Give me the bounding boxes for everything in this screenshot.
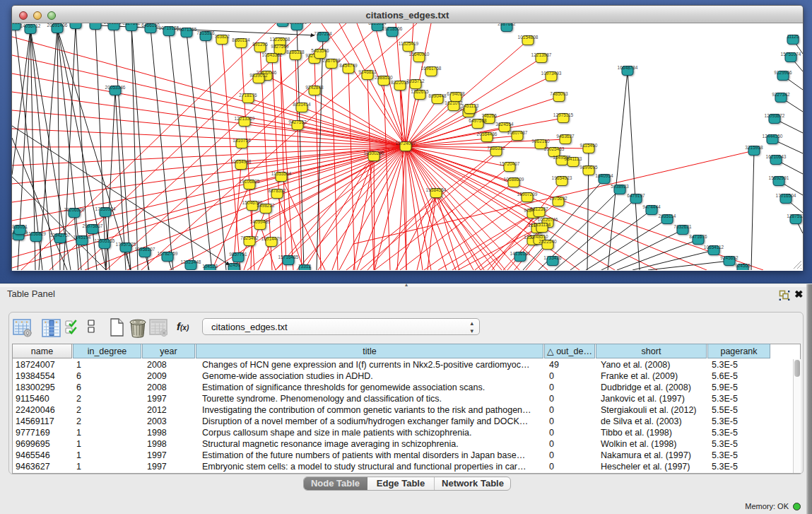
svg-text:20206526: 20206526: [64, 207, 85, 212]
svg-text:10973493: 10973493: [541, 71, 562, 76]
svg-text:17957225: 17957225: [116, 242, 136, 247]
svg-text:13226058: 13226058: [270, 37, 290, 42]
svg-text:7386322: 7386322: [487, 146, 505, 151]
svg-text:2035712: 2035712: [406, 78, 425, 83]
svg-text:3215958: 3215958: [745, 145, 763, 150]
svg-text:8878332: 8878332: [268, 188, 286, 193]
svg-text:1733426: 1733426: [543, 255, 562, 260]
svg-text:10654112: 10654112: [704, 245, 724, 250]
svg-text:1621072: 1621072: [445, 100, 463, 105]
svg-text:16033809: 16033809: [287, 23, 307, 25]
svg-text:1527602: 1527602: [122, 23, 141, 25]
svg-text:10543382: 10543382: [262, 52, 283, 57]
svg-text:763822: 763822: [214, 34, 230, 39]
svg-text:2935114: 2935114: [659, 214, 676, 218]
svg-text:1362615: 1362615: [411, 89, 429, 94]
svg-text:5498222: 5498222: [257, 203, 275, 208]
svg-text:9115460: 9115460: [580, 143, 598, 148]
svg-text:15720407: 15720407: [500, 161, 520, 166]
svg-text:2522540: 2522540: [539, 239, 557, 244]
svg-text:18300295: 18300295: [364, 151, 384, 156]
svg-text:15692991: 15692991: [769, 175, 789, 180]
svg-text:9155126: 9155126: [86, 23, 105, 24]
svg-text:10654988: 10654988: [231, 159, 252, 164]
svg-text:12505135: 12505135: [95, 238, 115, 243]
svg-text:10120746: 10120746: [538, 217, 558, 222]
svg-text:16961758: 16961758: [421, 66, 442, 71]
svg-text:3624554: 3624554: [495, 122, 514, 127]
svg-text:8990448: 8990448: [428, 93, 447, 98]
svg-text:92450: 92450: [228, 262, 240, 267]
svg-text:5938923: 5938923: [611, 184, 629, 189]
svg-text:1248510: 1248510: [530, 234, 548, 239]
svg-text:12213987: 12213987: [531, 52, 552, 57]
svg-text:9857791: 9857791: [229, 252, 247, 257]
svg-text:6794028: 6794028: [447, 91, 465, 96]
svg-text:15716485: 15716485: [278, 255, 299, 259]
svg-text:12444150: 12444150: [763, 134, 783, 139]
svg-text:924565: 924565: [735, 263, 751, 268]
svg-text:10688609: 10688609: [504, 177, 524, 182]
svg-text:9839012: 9839012: [249, 73, 268, 78]
svg-text:19106825: 19106825: [240, 179, 260, 184]
svg-text:6466160: 6466160: [141, 23, 160, 28]
svg-text:5463546: 5463546: [311, 48, 329, 53]
svg-text:10154808: 10154808: [518, 35, 539, 40]
svg-text:18907209: 18907209: [517, 192, 538, 197]
svg-text:10958107: 10958107: [135, 247, 155, 252]
svg-text:12213369: 12213369: [235, 116, 255, 121]
svg-text:9827509: 9827509: [271, 44, 289, 49]
svg-text:1151124: 1151124: [534, 222, 551, 227]
svg-text:20691406: 20691406: [47, 23, 68, 28]
svg-text:16210643: 16210643: [766, 154, 787, 159]
svg-text:8031414: 8031414: [293, 102, 311, 107]
svg-text:8454749: 8454749: [339, 63, 358, 68]
svg-text:1935: 1935: [12, 23, 20, 25]
svg-text:9463627: 9463627: [556, 134, 575, 139]
svg-text:16671355: 16671355: [177, 27, 197, 32]
svg-text:7485003: 7485003: [550, 91, 568, 96]
svg-text:9699695: 9699695: [579, 165, 598, 170]
svg-text:7632621: 7632621: [673, 224, 692, 229]
svg-text:2718176: 2718176: [239, 93, 257, 98]
svg-text:19384554: 19384554: [426, 187, 447, 192]
svg-text:8812367: 8812367: [530, 206, 548, 211]
svg-text:11353594: 11353594: [271, 171, 292, 176]
svg-text:29975867: 29975867: [83, 223, 103, 228]
svg-text:8471676: 8471676: [689, 234, 707, 239]
svg-text:17016504: 17016504: [776, 193, 796, 198]
svg-text:1975692: 1975692: [549, 196, 567, 201]
svg-text:19654923: 19654923: [552, 175, 572, 180]
svg-text:9129966: 9129966: [774, 70, 792, 75]
svg-text:9242848: 9242848: [305, 85, 324, 90]
svg-text:11325419: 11325419: [399, 41, 419, 46]
svg-text:2087682: 2087682: [498, 23, 516, 26]
svg-text:2588520: 2588520: [375, 75, 393, 80]
svg-text:9841123: 9841123: [565, 156, 582, 161]
svg-text:1145194: 1145194: [73, 235, 91, 240]
svg-text:9427552: 9427552: [288, 119, 307, 124]
svg-text:10025433: 10025433: [544, 146, 565, 151]
svg-text:12093872: 12093872: [765, 113, 785, 118]
svg-text:6479197: 6479197: [627, 193, 645, 198]
svg-text:11156829: 11156829: [26, 231, 46, 236]
svg-text:2367608: 2367608: [322, 58, 341, 63]
svg-text:12942757: 12942757: [50, 233, 71, 238]
svg-text:1810754: 1810754: [233, 138, 251, 143]
svg-text:891295: 891295: [252, 42, 268, 47]
svg-text:7515526: 7515526: [196, 30, 215, 35]
svg-text:7357224: 7357224: [314, 31, 332, 36]
svg-text:10655267: 10655267: [104, 23, 124, 25]
svg-text:6497568: 6497568: [469, 118, 487, 123]
svg-text:15751074: 15751074: [781, 52, 801, 57]
svg-text:12975115: 12975115: [553, 112, 574, 117]
svg-text:3451123: 3451123: [461, 103, 479, 108]
svg-text:1640954: 1640954: [595, 173, 613, 178]
svg-text:16782759: 16782759: [158, 251, 178, 256]
svg-text:20364436: 20364436: [477, 132, 498, 136]
svg-text:14099489: 14099489: [250, 219, 271, 224]
svg-text:20053346: 20053346: [105, 85, 126, 90]
svg-text:104523: 104523: [202, 264, 218, 269]
svg-text:8813054: 8813054: [368, 23, 387, 25]
svg-text:8660124: 8660124: [232, 37, 250, 42]
